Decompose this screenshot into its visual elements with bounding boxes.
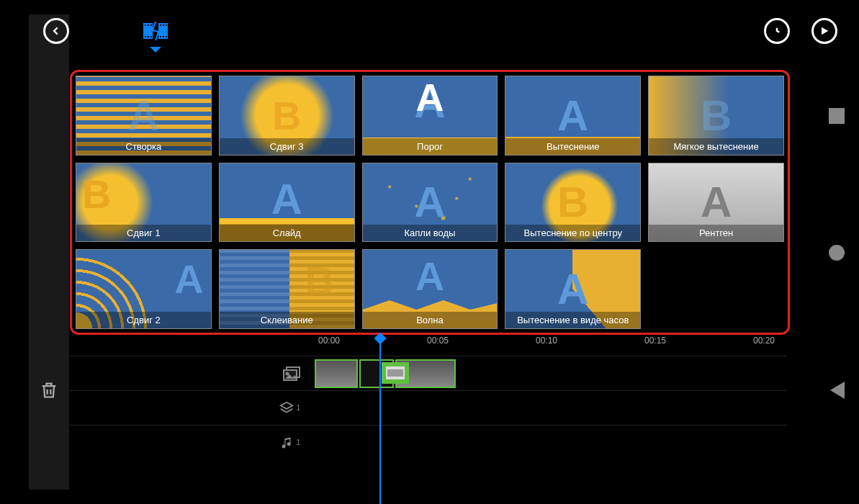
chevron-left-icon	[51, 26, 61, 36]
filmstrip-split-icon	[143, 20, 168, 42]
transition-vytesnenie-v-vide-chasov[interactable]: Вытеснение в виде часов	[505, 249, 641, 329]
device-home-button[interactable]	[829, 245, 845, 261]
transition-label: Мягкое вытеснение	[649, 138, 783, 155]
transition-label: Вытеснение по центру	[505, 225, 640, 241]
transition-label: Слайд	[220, 225, 354, 241]
svg-rect-7	[150, 36, 152, 37]
timeline: 00:00 00:05 00:10 00:15 00:20	[70, 336, 787, 504]
audio-count: 1	[296, 438, 300, 446]
trash-button[interactable]	[39, 380, 59, 403]
transition-label: Волна	[363, 312, 498, 328]
svg-rect-9	[163, 24, 164, 26]
transition-label: Рентген	[649, 225, 783, 241]
transition-slayd[interactable]: Слайд	[219, 163, 355, 243]
svg-rect-13	[166, 36, 167, 37]
transitions-panel: СтворкаСдвиг 3AПорогВытеснениеМягкое выт…	[70, 70, 790, 335]
transition-vytesnenie-po-tsentru[interactable]: Вытеснение по центру	[505, 163, 641, 243]
transition-label: Вытеснение	[505, 138, 640, 155]
svg-rect-12	[163, 36, 164, 37]
transition-label: Порог	[363, 138, 498, 155]
ruler-tick: 00:05	[427, 336, 449, 346]
transition-label: Капли воды	[363, 225, 498, 241]
transition-sdvig-3[interactable]: Сдвиг 3	[219, 76, 355, 156]
layer-count: 1	[296, 404, 300, 412]
transition-label: Створка	[76, 138, 211, 155]
tab-transitions[interactable]	[141, 17, 170, 45]
ruler-tick: 00:10	[536, 336, 557, 346]
transition-label: Сдвиг 1	[76, 225, 211, 241]
audio-track[interactable]: 1	[70, 425, 787, 459]
transition-volna[interactable]: Волна	[362, 249, 498, 329]
thumbnail-letter: A	[415, 78, 444, 117]
video-track[interactable]	[70, 356, 787, 390]
transition-kapli-vody[interactable]: Капли воды	[362, 163, 498, 243]
transition-porog[interactable]: AПорог	[362, 76, 498, 156]
svg-rect-6	[148, 36, 149, 37]
transition-label: Сдвиг 2	[76, 312, 211, 328]
clock-icon	[770, 24, 784, 38]
svg-rect-2	[145, 24, 146, 26]
timeline-clip[interactable]	[315, 359, 358, 388]
svg-rect-5	[145, 36, 146, 37]
filmstrip-icon	[386, 366, 405, 379]
svg-rect-8	[160, 24, 161, 26]
ruler-tick: 00:00	[318, 336, 340, 346]
transition-rentgen[interactable]: Рентген	[648, 163, 784, 243]
music-icon	[280, 435, 294, 451]
playhead[interactable]	[379, 338, 381, 504]
svg-rect-10	[166, 24, 167, 26]
trash-icon	[39, 380, 59, 400]
sidebar	[29, 14, 69, 490]
image-icon	[283, 366, 300, 381]
transition-sdvig-2[interactable]: Сдвиг 2	[76, 249, 212, 329]
transition-sdvig-1[interactable]: Сдвиг 1	[76, 163, 212, 243]
layer-track[interactable]: 1	[70, 390, 787, 425]
svg-rect-4	[150, 24, 152, 26]
back-button[interactable]	[43, 18, 69, 44]
timeline-ruler: 00:00 00:05 00:10 00:15 00:20	[70, 336, 787, 350]
device-back-button[interactable]	[830, 382, 845, 399]
play-icon	[819, 25, 830, 37]
svg-rect-11	[160, 36, 161, 37]
ruler-tick: 00:20	[753, 336, 775, 346]
duration-button[interactable]	[764, 18, 790, 44]
toolbar	[0, 0, 859, 61]
play-button[interactable]	[811, 18, 837, 44]
transition-myagkoe-vytesnenie[interactable]: Мягкое вытеснение	[648, 76, 784, 156]
transition-chip[interactable]	[382, 362, 409, 384]
transition-vytesnenie[interactable]: Вытеснение	[505, 76, 641, 156]
ruler-tick: 00:15	[644, 336, 666, 346]
transition-label: Склеивание	[220, 312, 354, 328]
svg-rect-18	[387, 369, 403, 377]
layers-icon	[279, 400, 294, 416]
transition-label: Вытеснение в виде часов	[505, 312, 640, 328]
device-recent-button[interactable]	[829, 108, 845, 124]
svg-point-16	[287, 372, 289, 374]
svg-rect-3	[148, 24, 149, 26]
transition-stvorka[interactable]: Створка	[76, 76, 212, 156]
transition-label: Сдвиг 3	[220, 138, 354, 155]
transition-skleivanie[interactable]: Склеивание	[219, 249, 355, 329]
